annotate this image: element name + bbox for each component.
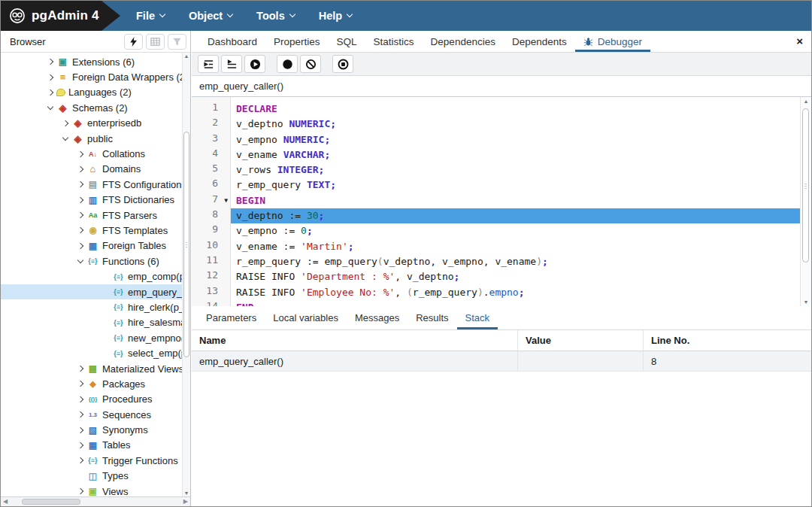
tree-item-emp-comp-p-s[interactable]: {≡}emp_comp(p_s <box>1 269 190 284</box>
tree-item-select-emp-p-e[interactable]: {≡}select_emp(p_e <box>1 345 190 360</box>
toggle-breakpoint-button[interactable] <box>277 55 298 73</box>
tab-parameters[interactable]: Parameters <box>198 306 265 329</box>
stop-button[interactable] <box>332 55 353 73</box>
menu-file[interactable]: File <box>136 10 165 22</box>
tree-item-fts-configurations[interactable]: ▤FTS Configurations <box>1 177 190 192</box>
scroll-left-icon[interactable]: ◀ <box>3 498 8 505</box>
menu-tools[interactable]: Tools <box>256 10 295 22</box>
continue-button[interactable] <box>244 55 265 73</box>
tree-item-schemas-2[interactable]: ◈Schemas (2) <box>1 100 190 115</box>
tree-item-domains[interactable]: ⌂Domains <box>1 162 190 177</box>
tree-horizontal-scrollbar[interactable]: ◀ ▶ <box>1 496 190 506</box>
tree-item-emp-query-cal[interactable]: {≡}emp_query_cal <box>1 284 190 299</box>
scroll-right-icon[interactable]: ▶ <box>183 498 188 505</box>
editor-scrollbar-thumb[interactable] <box>802 108 809 263</box>
tree-expander[interactable] <box>74 244 86 248</box>
tree-hscrollbar-thumb[interactable] <box>22 499 80 505</box>
tree-expander[interactable] <box>74 260 86 263</box>
tree-expander[interactable] <box>44 75 56 80</box>
scroll-down-icon[interactable]: ▼ <box>801 299 811 305</box>
tree-item-hire-clerk-p-en[interactable]: {≡}hire_clerk(p_en <box>1 299 190 314</box>
clear-all-breakpoints-button[interactable] <box>300 55 321 73</box>
tab-stack[interactable]: Stack <box>457 306 498 329</box>
stack-frame-row[interactable]: emp_query_caller()8 <box>192 351 811 372</box>
close-icon[interactable]: × <box>796 35 803 47</box>
tree-expander[interactable] <box>74 182 86 187</box>
tab-dependencies[interactable]: Dependencies <box>423 31 504 52</box>
tree-expander[interactable] <box>74 381 86 386</box>
tab-dependents[interactable]: Dependents <box>504 31 575 52</box>
lightning-button[interactable] <box>124 34 143 50</box>
tab-properties[interactable]: Properties <box>265 31 329 52</box>
tree-item-foreign-data-wrappers-2[interactable]: ≡Foreign Data Wrappers (2 <box>1 69 190 84</box>
tree-item-foreign-tables[interactable]: ▦Foreign Tables <box>1 238 190 254</box>
tree-item-views[interactable]: ▣Views <box>1 484 190 496</box>
tree-item-new-empno[interactable]: {≡}new_empno() <box>1 330 190 345</box>
tree-expander[interactable] <box>44 90 56 95</box>
debugger-toolbar <box>192 53 811 76</box>
foreign-table-icon: ▦ <box>86 241 99 251</box>
tree-expander[interactable] <box>74 198 86 202</box>
grid-button[interactable] <box>146 34 165 50</box>
tree-item-public[interactable]: ◈public <box>1 131 190 146</box>
tree-item-sequences[interactable]: 1.3Sequences <box>1 407 190 422</box>
tree-item-languages-2[interactable]: Languages (2) <box>1 85 190 100</box>
tree-expander[interactable] <box>74 458 86 463</box>
tab-sql[interactable]: SQL <box>329 31 365 52</box>
menu-object[interactable]: Object <box>189 10 232 22</box>
tab-messages[interactable]: Messages <box>347 306 408 329</box>
scroll-up-icon[interactable]: ▲ <box>183 53 190 59</box>
scroll-down-icon[interactable]: ▼ <box>183 490 190 496</box>
tree-expander[interactable] <box>59 138 71 140</box>
fold-marker-icon[interactable]: ▼ <box>224 197 228 204</box>
package-icon: ◆ <box>86 379 99 389</box>
menu-help[interactable]: Help <box>319 10 352 22</box>
tree-item-packages[interactable]: ◆Packages <box>1 376 190 391</box>
tree-expander[interactable] <box>74 489 86 493</box>
grid-icon <box>150 36 161 47</box>
tab-dashboard[interactable]: Dashboard <box>199 31 265 52</box>
tree-item-extensions-6[interactable]: ▣Extensions (6) <box>1 54 190 69</box>
tab-results[interactable]: Results <box>408 306 456 329</box>
tree-item-tables[interactable]: ▦Tables <box>1 438 190 453</box>
tree-item-hire-salesman[interactable]: {≡}hire_salesman( <box>1 315 190 330</box>
tree-item-synonyms[interactable]: ▧Synonyms <box>1 422 190 437</box>
tree-expander[interactable] <box>74 443 86 448</box>
tree-expander[interactable] <box>74 152 86 156</box>
step-over-button[interactable] <box>221 55 242 73</box>
editor-gutter: 1234567▼891011121314 <box>192 97 231 306</box>
tree-item-enterprisedb[interactable]: ◈enterprisedb <box>1 116 190 131</box>
tree-expander[interactable] <box>74 412 86 417</box>
chevron-right-icon <box>77 457 83 463</box>
tree-item-procedures[interactable]: {()}Procedures <box>1 392 190 407</box>
tree-item-collations[interactable]: A↓Collations <box>1 146 190 161</box>
type-icon: ◫ <box>86 471 99 481</box>
tree-item-fts-dictionaries[interactable]: ▥FTS Dictionaries <box>1 193 190 208</box>
tree-item-fts-templates[interactable]: ◉FTS Templates <box>1 223 190 238</box>
tree-expander[interactable] <box>74 167 86 172</box>
tree-expander[interactable] <box>44 107 56 109</box>
tree-expander[interactable] <box>74 366 86 371</box>
tab-statistics[interactable]: Statistics <box>365 31 423 52</box>
tab-debugger[interactable]: Debugger <box>575 31 650 52</box>
filter-button[interactable] <box>168 34 186 50</box>
tree-vertical-scrollbar[interactable]: ▲ ▼ <box>182 53 190 496</box>
tree-item-functions-6[interactable]: {≡}Functions (6) <box>1 254 190 269</box>
tree-expander[interactable] <box>74 228 86 232</box>
function-icon: {≡} <box>112 334 125 342</box>
tree-expander[interactable] <box>74 213 86 217</box>
tree-item-materialized-views[interactable]: ▩Materialized Views <box>1 361 190 376</box>
tab-local-variables[interactable]: Local variables <box>265 306 347 329</box>
tree-scrollbar-thumb[interactable] <box>183 132 189 357</box>
chevron-right-icon <box>77 181 83 187</box>
tree-item-types[interactable]: ◫Types <box>1 469 190 484</box>
tree-item-fts-parsers[interactable]: AaFTS Parsers <box>1 208 190 223</box>
tree-expander[interactable] <box>59 121 71 126</box>
tree-expander[interactable] <box>74 397 86 402</box>
tree-expander[interactable] <box>44 59 56 64</box>
tree-expander[interactable] <box>74 428 86 433</box>
step-into-button[interactable] <box>198 55 219 73</box>
tree-item-trigger-functions[interactable]: {≡}Trigger Functions <box>1 453 190 468</box>
scroll-up-icon[interactable]: ▲ <box>801 99 811 104</box>
editor-vertical-scrollbar[interactable]: ▲ ▼ <box>800 97 811 306</box>
